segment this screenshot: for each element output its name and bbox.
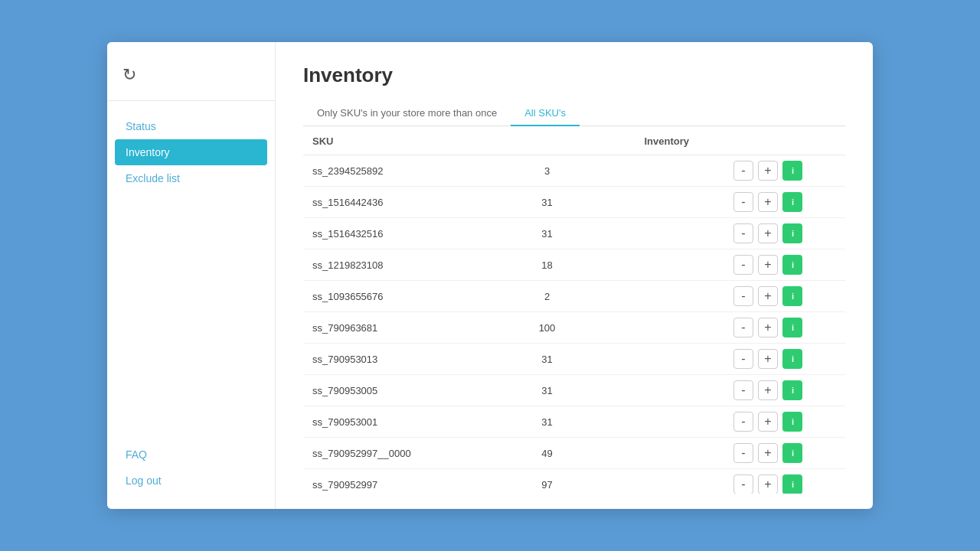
- inventory-count: 100: [488, 312, 606, 344]
- table-row: ss_2394525892 3 - + i: [303, 155, 845, 187]
- app-logo-icon: ↻: [122, 65, 260, 85]
- sku-cell: ss_1516432516: [303, 218, 488, 249]
- inventory-table-container: SKU Inventory ss_2394525892 3 - + i: [303, 126, 845, 494]
- decrement-button[interactable]: -: [733, 443, 753, 463]
- controls-cell: - + i: [606, 344, 807, 375]
- tab-duplicates[interactable]: Only SKU's in your store more than once: [303, 101, 511, 126]
- controls-cell: - + i: [606, 281, 807, 312]
- increment-button[interactable]: +: [758, 161, 778, 181]
- save-icon: i: [792, 229, 793, 238]
- save-icon: i: [792, 292, 793, 301]
- tabs-bar: Only SKU's in your store more than once …: [303, 101, 845, 126]
- tab-all-skus[interactable]: All SKU's: [511, 101, 580, 126]
- save-button[interactable]: i: [782, 286, 802, 306]
- decrement-button[interactable]: -: [733, 192, 753, 212]
- increment-button[interactable]: +: [758, 443, 778, 463]
- logo-area: ↻: [107, 57, 275, 101]
- inventory-count: 31: [488, 344, 606, 375]
- save-icon: i: [792, 260, 793, 269]
- save-icon: i: [792, 448, 793, 458]
- sku-cell: ss_1093655676: [303, 281, 488, 312]
- sku-cell: ss_2394525892: [303, 155, 488, 187]
- controls-cell: - + i: [606, 438, 807, 469]
- save-button[interactable]: i: [782, 443, 802, 463]
- decrement-button[interactable]: -: [733, 286, 753, 306]
- inventory-count: 97: [488, 469, 606, 494]
- controls-cell: - + i: [606, 375, 807, 406]
- increment-button[interactable]: +: [758, 412, 778, 432]
- sku-cell: ss_790953013: [303, 344, 488, 375]
- increment-button[interactable]: +: [758, 286, 778, 306]
- save-button[interactable]: i: [782, 161, 802, 181]
- save-button[interactable]: i: [782, 412, 802, 432]
- save-button[interactable]: i: [782, 255, 802, 275]
- increment-button[interactable]: +: [758, 474, 778, 494]
- decrement-button[interactable]: -: [733, 161, 753, 181]
- sidebar-item-status[interactable]: Status: [107, 113, 275, 139]
- table-row: ss_790953005 31 - + i: [303, 375, 845, 406]
- sku-cell: ss_1516442436: [303, 187, 488, 218]
- inventory-count: 31: [488, 375, 606, 406]
- save-icon: i: [792, 323, 793, 332]
- sku-cell: ss_790953001: [303, 406, 488, 438]
- nav-section-bottom: FAQ Log out: [107, 442, 275, 494]
- controls-cell: - + i: [606, 312, 807, 344]
- sku-cell: ss_790963681: [303, 312, 488, 344]
- decrement-button[interactable]: -: [733, 412, 753, 432]
- table-row: ss_1219823108 18 - + i: [303, 249, 845, 281]
- controls-cell: - + i: [606, 406, 807, 438]
- save-button[interactable]: i: [782, 380, 802, 400]
- sku-cell: ss_790952997__0000: [303, 438, 488, 469]
- table-row: ss_1516442436 31 - + i: [303, 187, 845, 218]
- table-row: ss_790963681 100 - + i: [303, 312, 845, 344]
- controls-cell: - + i: [606, 249, 807, 281]
- table-row: ss_790952997__0000 49 - + i: [303, 438, 845, 469]
- table-row: ss_790953013 31 - + i: [303, 344, 845, 375]
- main-content: Inventory Only SKU's in your store more …: [276, 42, 873, 509]
- table-row: ss_1516432516 31 - + i: [303, 218, 845, 249]
- controls-cell: - + i: [606, 218, 807, 249]
- decrement-button[interactable]: -: [733, 318, 753, 337]
- sidebar-item-exclude-list[interactable]: Exclude list: [107, 165, 275, 191]
- table-row: ss_790953001 31 - + i: [303, 406, 845, 438]
- save-button[interactable]: i: [782, 318, 802, 337]
- save-icon: i: [792, 480, 793, 489]
- decrement-button[interactable]: -: [733, 255, 753, 275]
- increment-button[interactable]: +: [758, 255, 778, 275]
- save-icon: i: [792, 166, 793, 175]
- col-header-inventory: Inventory: [488, 126, 845, 155]
- save-icon: i: [792, 417, 793, 426]
- increment-button[interactable]: +: [758, 349, 778, 369]
- increment-button[interactable]: +: [758, 380, 778, 400]
- sku-cell: ss_790953005: [303, 375, 488, 406]
- table-row: ss_790952997 97 - + i: [303, 469, 845, 494]
- table-row: ss_1093655676 2 - + i: [303, 281, 845, 312]
- sidebar: ↻ Status Inventory Exclude list FAQ Log …: [107, 42, 276, 509]
- save-button[interactable]: i: [782, 223, 802, 243]
- increment-button[interactable]: +: [758, 318, 778, 337]
- inventory-table: SKU Inventory ss_2394525892 3 - + i: [303, 126, 845, 494]
- col-header-sku: SKU: [303, 126, 488, 155]
- sku-cell: ss_790952997: [303, 469, 488, 494]
- decrement-button[interactable]: -: [733, 474, 753, 494]
- decrement-button[interactable]: -: [733, 349, 753, 369]
- inventory-count: 31: [488, 187, 606, 218]
- nav-section-main: Status Inventory Exclude list: [107, 113, 275, 191]
- inventory-count: 31: [488, 218, 606, 249]
- sidebar-item-inventory[interactable]: Inventory: [115, 139, 267, 165]
- inventory-count: 2: [488, 281, 606, 312]
- sidebar-item-logout[interactable]: Log out: [107, 468, 275, 494]
- decrement-button[interactable]: -: [733, 380, 753, 400]
- save-button[interactable]: i: [782, 192, 802, 212]
- save-icon: i: [792, 354, 793, 364]
- decrement-button[interactable]: -: [733, 223, 753, 243]
- save-button[interactable]: i: [782, 349, 802, 369]
- save-button[interactable]: i: [782, 474, 802, 494]
- page-title: Inventory: [303, 64, 845, 87]
- sku-cell: ss_1219823108: [303, 249, 488, 281]
- sidebar-item-faq[interactable]: FAQ: [107, 442, 275, 468]
- increment-button[interactable]: +: [758, 192, 778, 212]
- increment-button[interactable]: +: [758, 223, 778, 243]
- app-window: ↻ Status Inventory Exclude list FAQ Log …: [107, 42, 873, 509]
- inventory-count: 49: [488, 438, 606, 469]
